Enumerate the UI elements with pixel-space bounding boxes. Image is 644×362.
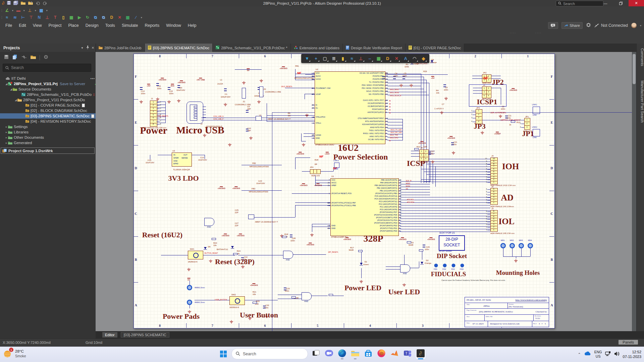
expanded-icon[interactable]: ◢ [14, 99, 17, 102]
menu-view[interactable]: View [30, 21, 45, 29]
place-net-label-icon[interactable]: ⎯ [366, 55, 373, 62]
scrollbar-thumb[interactable] [633, 54, 636, 84]
move-icon[interactable]: + [312, 55, 320, 62]
panel-dropdown-icon[interactable]: ▾ [79, 46, 85, 50]
weather-widget[interactable]: 1 28°CSmoke [3, 349, 26, 359]
menu-window[interactable]: Window [163, 21, 184, 29]
language-indicator[interactable]: ENGUS [594, 350, 602, 359]
workspace-row[interactable]: Project Group 1.DsnWrk [1, 147, 95, 154]
menu-reports[interactable]: Reports [142, 21, 163, 29]
toolbar-overflow-dots[interactable]: ∙∙∙∙ [535, 31, 542, 35]
place-sheet-icon[interactable]: ▦ [375, 55, 382, 62]
collapsed-icon[interactable]: ▸ [5, 141, 8, 144]
doc-tab[interactable]: [03]-28PINS SCHEMATIC.SchDoc [145, 44, 213, 52]
start-button[interactable] [218, 349, 228, 359]
explorer-folder-icon[interactable] [31, 55, 36, 61]
projects-search-input[interactable]: Search [3, 64, 91, 72]
compile-icon[interactable] [13, 55, 18, 61]
comment-button[interactable] [548, 22, 558, 29]
menu-edit[interactable]: Edit [15, 21, 30, 29]
panels-button[interactable]: Panels [619, 340, 638, 345]
restore-button[interactable] [613, 0, 629, 6]
select-rect-icon[interactable]: ▢ [321, 55, 329, 62]
tree-row[interactable]: ▸Generated [0, 140, 100, 145]
app-altium[interactable]: ∂ [416, 349, 426, 359]
tool-dropdown-caret[interactable]: ▾ [141, 16, 142, 19]
tree-row[interactable]: IIT Delhi••• [0, 76, 98, 81]
menu-file[interactable]: File [2, 21, 15, 29]
dip-socket-symbol[interactable]: 28-DIPSOCKET [439, 235, 465, 251]
menu-project[interactable]: Project [45, 21, 65, 29]
tool-1[interactable]: ≋ [12, 15, 18, 20]
tool-16[interactable]: ∕ [133, 15, 139, 20]
schematic-sheet[interactable] [133, 54, 555, 328]
menu-place[interactable]: Place [65, 21, 82, 29]
open-project-icon[interactable] [28, 0, 33, 6]
tool-dropdown-caret[interactable]: ▾ [46, 9, 48, 12]
tool-12[interactable]: ⧉ [101, 15, 107, 20]
tool-11[interactable]: ⧉ [93, 15, 99, 20]
tool-group-2[interactable]: ⊥ [27, 8, 33, 13]
minimize-button[interactable]: — [598, 0, 613, 6]
app-taskview[interactable] [311, 349, 321, 359]
tool-8[interactable]: ▦ [68, 15, 74, 20]
share-button[interactable]: Share [561, 22, 583, 29]
app-edge[interactable] [337, 349, 347, 359]
tool-4[interactable]: N [36, 15, 42, 20]
clock[interactable]: 12:5207-11-2023 [623, 350, 641, 359]
doc-tab[interactable]: 28Pins JobFile.OutJob [96, 44, 145, 52]
tool-10[interactable]: ↻ [85, 15, 91, 20]
tool-0[interactable]: ≈ [4, 15, 10, 20]
app-matlab[interactable] [389, 349, 399, 359]
app-firefox[interactable] [376, 349, 386, 359]
app-chat[interactable] [324, 349, 334, 359]
place-harness-icon[interactable]: D [384, 55, 391, 62]
user-avatar[interactable] [631, 23, 637, 28]
tool-group-3[interactable]: ▦ [38, 8, 44, 13]
refresh-icon[interactable] [21, 55, 27, 61]
undo-icon[interactable] [36, 0, 40, 6]
save-project-icon[interactable] [4, 55, 9, 61]
menu-design[interactable]: Design [82, 21, 102, 29]
tree-row[interactable]: ◢Source Documents [0, 86, 105, 92]
save-all-icon[interactable] [13, 0, 18, 6]
app-store[interactable] [363, 349, 373, 359]
onedrive-icon[interactable] [584, 351, 591, 357]
expanded-icon[interactable]: ◢ [9, 88, 13, 91]
tree-row[interactable]: ▸Libraries [0, 129, 100, 135]
menu-tools[interactable]: Tools [102, 21, 118, 29]
global-search-input[interactable]: Search [556, 1, 603, 6]
tree-row[interactable]: ◢28Pins_Project_V1I1.PrjSave to Server✓ [0, 81, 100, 86]
filter-icon[interactable]: ▼ [303, 55, 311, 62]
tool-7[interactable]: ▯ [60, 15, 66, 20]
doc-tab[interactable]: 28Pins_Schematic_V1I1_PCB.PcbDoc * [213, 44, 291, 52]
tree-row[interactable]: ▸Settings [0, 124, 100, 129]
tool-5[interactable]: ⊥ [44, 15, 50, 20]
align-icon[interactable]: ≣ [330, 55, 337, 62]
tool-9[interactable]: ▶ [76, 15, 83, 20]
place-arc-icon[interactable]: ◠ [411, 55, 418, 62]
toolbar-overflow-dots[interactable]: ∙∙∙∙ [510, 31, 516, 35]
open-icon[interactable] [21, 0, 26, 6]
avatar-dropdown-caret[interactable]: ▾ [640, 24, 641, 27]
app-teams[interactable]: T [402, 349, 413, 359]
settings-gear-icon[interactable] [586, 22, 591, 29]
panel-close-icon[interactable]: ✕ [90, 46, 96, 50]
place-wire-icon[interactable]: ≈ [348, 55, 356, 62]
panel-settings-gear-icon[interactable] [44, 55, 48, 61]
toolbar-grip[interactable]: ⁞ [1, 16, 2, 19]
tool-group-0[interactable]: ∠ [4, 8, 10, 13]
menu-help[interactable]: Help [184, 21, 200, 29]
tool-dropdown-caret[interactable]: ▾ [23, 9, 25, 12]
place-pad-icon[interactable]: ◆ [420, 55, 427, 62]
panel-pin-icon[interactable] [85, 46, 90, 50]
place-text-icon[interactable]: A [402, 55, 409, 62]
redo-icon[interactable] [43, 0, 47, 6]
doc-tab[interactable]: Design Rule Verification Report [343, 44, 406, 52]
editor-tab[interactable]: Editor [102, 332, 117, 338]
doc-tab[interactable]: Extensions and Updates [291, 44, 343, 52]
tool-group-1[interactable]: ▬ [15, 8, 21, 13]
app-explorer[interactable] [350, 349, 360, 359]
collapsed-icon[interactable]: ▸ [5, 131, 8, 134]
network-icon[interactable] [605, 351, 611, 358]
